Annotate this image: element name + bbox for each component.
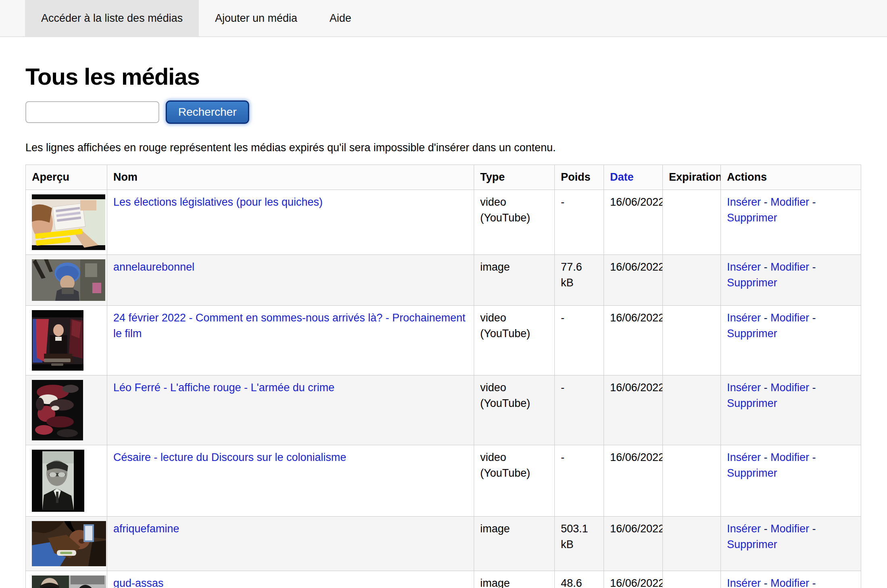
media-name-link[interactable]: Léo Ferré - L'affiche rouge - L'armée du… — [113, 382, 335, 394]
actions-cell: Insérer - Modifier - Supprimer — [721, 375, 861, 445]
affiche-rouge-thumbnail — [32, 380, 101, 440]
supprimer-link[interactable]: Supprimer — [727, 467, 777, 479]
table-row: Césaire - lecture du Discours sur le col… — [26, 445, 861, 517]
table-row: gud-assasimage48.6 kB16/06/2022Insérer -… — [26, 571, 861, 588]
supprimer-link[interactable]: Supprimer — [727, 277, 777, 289]
tab-help[interactable]: Aide — [313, 0, 367, 36]
actions-cell: Insérer - Modifier - Supprimer — [721, 255, 861, 306]
actions-cell: Insérer - Modifier - Supprimer — [721, 190, 861, 255]
col-header-date[interactable]: Date — [604, 165, 663, 190]
page-title: Tous les médias — [25, 63, 861, 90]
col-header-expiration: Expiration — [663, 165, 721, 190]
tab-media-list[interactable]: Accéder à la liste des médias — [25, 0, 199, 36]
annelaurebonnel-thumbnail — [32, 259, 101, 301]
apercu-cell — [26, 517, 107, 571]
putin-address-thumbnail — [32, 310, 101, 371]
type-cell: image — [474, 571, 555, 588]
main-content: Tous les médias Rechercher Les lignes af… — [0, 63, 887, 588]
media-name-link[interactable]: annelaurebonnel — [113, 261, 194, 273]
modifier-link[interactable]: Modifier — [770, 523, 809, 535]
table-row: afriquefamineimage503.1 kB16/06/2022Insé… — [26, 517, 861, 571]
expiration-cell — [663, 571, 721, 588]
modifier-link[interactable]: Modifier — [770, 577, 809, 588]
action-separator: - — [809, 451, 816, 463]
action-separator: - — [761, 196, 770, 208]
table-row: Léo Ferré - L'affiche rouge - L'armée du… — [26, 375, 861, 445]
elections-quiches-thumbnail — [32, 194, 101, 250]
poids-cell: - — [555, 190, 604, 255]
media-name-link[interactable]: gud-assas — [113, 577, 164, 588]
inserer-link[interactable]: Insérer — [727, 312, 761, 324]
type-cell: video (YouTube) — [474, 445, 555, 517]
inserer-link[interactable]: Insérer — [727, 451, 761, 463]
search-input[interactable] — [25, 101, 159, 123]
actions-cell: Insérer - Modifier - Supprimer — [721, 517, 861, 571]
supprimer-link[interactable]: Supprimer — [727, 327, 777, 340]
actions-cell: Insérer - Modifier - Supprimer — [721, 445, 861, 517]
supprimer-link[interactable]: Supprimer — [727, 212, 777, 224]
date-cell: 16/06/2022 — [604, 517, 663, 571]
apercu-cell — [26, 571, 107, 588]
poids-cell: 77.6 kB — [555, 255, 604, 306]
modifier-link[interactable]: Modifier — [770, 312, 809, 324]
date-cell: 16/06/2022 — [604, 255, 663, 306]
table-row: 24 février 2022 - Comment en sommes-nous… — [26, 306, 861, 375]
media-name-link[interactable]: Les élections législatives (pour les qui… — [113, 196, 323, 208]
media-name-link[interactable]: Césaire - lecture du Discours sur le col… — [113, 451, 346, 463]
action-separator: - — [761, 451, 770, 463]
modifier-link[interactable]: Modifier — [770, 451, 809, 463]
type-cell: video (YouTube) — [474, 375, 555, 445]
action-separator: - — [809, 523, 816, 535]
date-cell: 16/06/2022 — [604, 445, 663, 517]
inserer-link[interactable]: Insérer — [727, 523, 761, 535]
sort-by-date-link[interactable]: Date — [610, 171, 634, 183]
modifier-link[interactable]: Modifier — [770, 196, 809, 208]
expiration-cell — [663, 306, 721, 375]
nom-cell: gud-assas — [107, 571, 474, 588]
supprimer-link[interactable]: Supprimer — [727, 538, 777, 550]
col-header-nom: Nom — [107, 165, 474, 190]
search-form: Rechercher — [25, 100, 861, 124]
apercu-cell — [26, 190, 107, 255]
action-separator: - — [761, 382, 770, 394]
date-cell: 16/06/2022 — [604, 190, 663, 255]
col-header-apercu: Aperçu — [26, 165, 107, 190]
gud-assas-thumbnail — [32, 575, 101, 588]
apercu-cell — [26, 375, 107, 445]
nom-cell: afriquefamine — [107, 517, 474, 571]
expiration-cell — [663, 190, 721, 255]
type-cell: video (YouTube) — [474, 190, 555, 255]
actions-cell: Insérer - Modifier - Supprimer — [721, 306, 861, 375]
supprimer-link[interactable]: Supprimer — [727, 397, 777, 409]
cesaire-portrait-thumbnail — [32, 450, 101, 512]
apercu-cell — [26, 445, 107, 517]
action-separator: - — [761, 261, 770, 273]
media-name-link[interactable]: afriquefamine — [113, 523, 179, 535]
inserer-link[interactable]: Insérer — [727, 196, 761, 208]
action-separator: - — [761, 312, 770, 324]
tab-add-media[interactable]: Ajouter un média — [199, 0, 313, 36]
type-cell: image — [474, 517, 555, 571]
modifier-link[interactable]: Modifier — [770, 382, 809, 394]
media-name-link[interactable]: 24 février 2022 - Comment en sommes-nous… — [113, 312, 465, 340]
inserer-link[interactable]: Insérer — [727, 577, 761, 588]
apercu-cell — [26, 255, 107, 306]
poids-cell: - — [555, 445, 604, 517]
action-separator: - — [809, 382, 816, 394]
action-separator: - — [809, 196, 816, 208]
inserer-link[interactable]: Insérer — [727, 261, 761, 273]
poids-cell: - — [555, 375, 604, 445]
expired-media-note: Les lignes affichées en rouge représente… — [25, 142, 861, 154]
date-cell: 16/06/2022 — [604, 375, 663, 445]
nom-cell: annelaurebonnel — [107, 255, 474, 306]
col-header-poids: Poids — [555, 165, 604, 190]
inserer-link[interactable]: Insérer — [727, 382, 761, 394]
modifier-link[interactable]: Modifier — [770, 261, 809, 273]
media-table: Aperçu Nom Type Poids Date Expiration Ac… — [25, 165, 861, 588]
tabbar: Accéder à la liste des médias Ajouter un… — [0, 0, 887, 37]
action-separator: - — [761, 577, 770, 588]
search-button[interactable]: Rechercher — [166, 100, 249, 124]
poids-cell: 48.6 kB — [555, 571, 604, 588]
type-cell: image — [474, 255, 555, 306]
action-separator: - — [809, 312, 816, 324]
